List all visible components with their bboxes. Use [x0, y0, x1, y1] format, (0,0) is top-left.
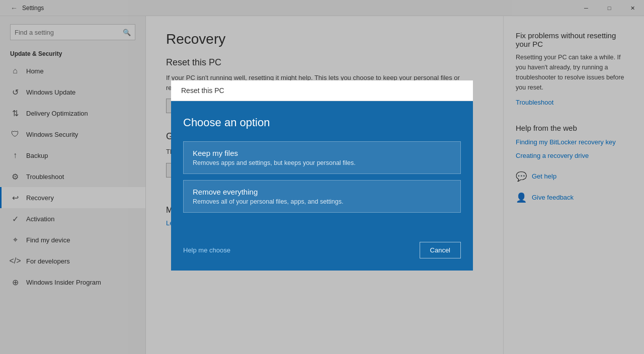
dialog-footer: Help me choose Cancel: [171, 234, 473, 271]
keep-files-title: Keep my files: [193, 149, 451, 157]
remove-everything-title: Remove everything: [193, 188, 451, 196]
remove-everything-option[interactable]: Remove everything Removes all of your pe…: [183, 180, 461, 213]
overlay-backdrop: Reset this PC Choose an option Keep my f…: [0, 0, 644, 354]
cancel-button[interactable]: Cancel: [420, 242, 461, 258]
reset-pc-dialog: Reset this PC Choose an option Keep my f…: [171, 80, 473, 271]
remove-everything-desc: Removes all of your personal files, apps…: [193, 198, 451, 205]
dialog-body: Choose an option Keep my files Removes a…: [171, 101, 473, 234]
keep-files-desc: Removes apps and settings, but keeps you…: [193, 159, 451, 166]
dialog-titlebar: Reset this PC: [171, 80, 473, 101]
dialog-title-text: Reset this PC: [181, 86, 224, 95]
help-me-choose-link[interactable]: Help me choose: [183, 246, 230, 254]
dialog-heading: Choose an option: [183, 116, 461, 129]
keep-files-option[interactable]: Keep my files Removes apps and settings,…: [183, 141, 461, 174]
